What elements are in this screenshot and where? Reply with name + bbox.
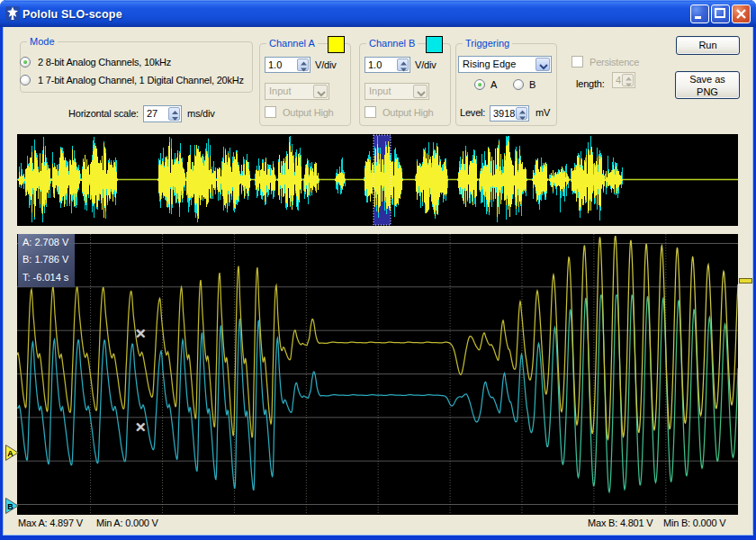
svg-text:A: A	[7, 449, 14, 458]
svg-text:B: B	[7, 502, 14, 511]
